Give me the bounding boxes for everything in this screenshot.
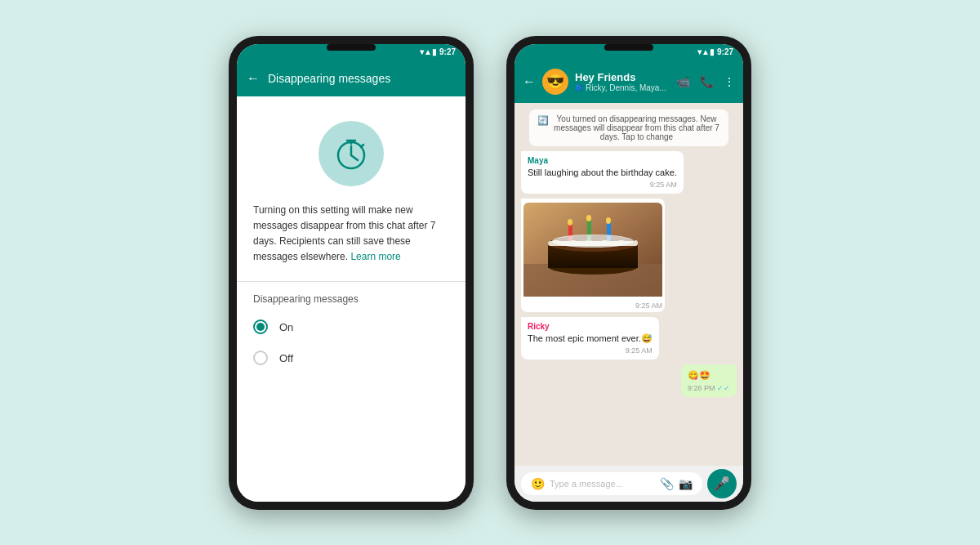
radio-circle-off bbox=[253, 351, 268, 365]
image-time: 9:25 AM bbox=[523, 302, 662, 310]
radio-off[interactable]: Off bbox=[237, 342, 466, 373]
phone-notch bbox=[327, 44, 376, 51]
svg-point-10 bbox=[568, 219, 572, 226]
cake-image-svg bbox=[523, 203, 662, 297]
status-time-2: 9:27 bbox=[717, 47, 733, 56]
status-icons-2: ▾▲▮ bbox=[697, 47, 715, 56]
back-button-1[interactable]: ← bbox=[247, 71, 260, 86]
mic-icon: 🎤 bbox=[714, 476, 730, 491]
chat-info: Hey Friends 🔵 Ricky, Dennis, Maya... bbox=[575, 71, 670, 92]
chat-avatar: 😎 bbox=[542, 69, 568, 95]
svg-point-12 bbox=[586, 215, 591, 221]
section-label: Disappearing messages bbox=[237, 282, 466, 311]
system-message-text: You turned on disappearing messages. New… bbox=[553, 114, 720, 141]
svg-point-14 bbox=[606, 217, 611, 224]
settings-toolbar: ← Disappearing messages bbox=[237, 60, 466, 96]
radio-circle-on bbox=[253, 319, 268, 334]
radio-on[interactable]: On bbox=[237, 311, 466, 342]
sent-time: 9:26 PM bbox=[688, 384, 730, 392]
input-placeholder: Type a message... bbox=[550, 479, 655, 489]
emoji-icon[interactable]: 🙂 bbox=[531, 477, 545, 490]
video-call-icon[interactable]: 📹 bbox=[676, 75, 690, 88]
chat-avatar-emoji: 😎 bbox=[546, 73, 564, 91]
settings-description: Turning on this setting will make new me… bbox=[237, 203, 466, 282]
maya-text: Still laughing about the birthday cake. bbox=[528, 167, 677, 179]
ricky-text: The most epic moment ever.😅 bbox=[528, 333, 653, 345]
sent-text: 😋🤩 bbox=[688, 369, 730, 382]
message-ricky: Ricky The most epic moment ever.😅 9:25 A… bbox=[521, 317, 659, 360]
online-dot: 🔵 bbox=[575, 84, 583, 92]
radio-label-on: On bbox=[279, 321, 293, 333]
svg-point-15 bbox=[552, 235, 634, 248]
status-icons-1: ▾▲▮ bbox=[420, 47, 437, 56]
back-button-2[interactable]: ← bbox=[523, 74, 536, 89]
cake-image-container bbox=[523, 203, 662, 300]
learn-more-link[interactable]: Learn more bbox=[350, 251, 400, 262]
chat-input-bar: 🙂 Type a message... 📎 📷 🎤 bbox=[514, 466, 743, 502]
phone-1: ▾▲▮ 9:27 ← Disappearing messages Tur bbox=[229, 36, 474, 510]
description-text: Turning on this setting will make new me… bbox=[253, 204, 435, 263]
chat-actions: 📹 📞 ⋮ bbox=[676, 75, 735, 88]
timer-icon bbox=[333, 136, 369, 172]
system-message[interactable]: 🔄 You turned on disappearing messages. N… bbox=[529, 109, 728, 146]
settings-title: Disappearing messages bbox=[268, 72, 456, 85]
chat-background: 🔄 You turned on disappearing messages. N… bbox=[514, 103, 743, 466]
chat-input-field[interactable]: 🙂 Type a message... 📎 📷 bbox=[521, 472, 702, 495]
settings-content: Turning on this setting will make new me… bbox=[237, 96, 466, 502]
chat-toolbar: ← 😎 Hey Friends 🔵 Ricky, Dennis, Maya...… bbox=[514, 60, 743, 103]
message-maya: Maya Still laughing about the birthday c… bbox=[521, 151, 684, 194]
chat-name: Hey Friends bbox=[575, 71, 670, 83]
radio-inner-on bbox=[256, 323, 265, 331]
mic-button[interactable]: 🎤 bbox=[707, 469, 737, 498]
more-options-icon[interactable]: ⋮ bbox=[724, 75, 735, 88]
phone-notch-2 bbox=[604, 44, 653, 51]
voice-call-icon[interactable]: 📞 bbox=[700, 75, 714, 88]
chat-participants: Ricky, Dennis, Maya... bbox=[586, 83, 666, 92]
phone-2: ▾▲▮ 9:27 ← 😎 Hey Friends 🔵 Ricky, Dennis… bbox=[506, 36, 751, 510]
radio-label-off: Off bbox=[279, 352, 293, 364]
maya-time: 9:25 AM bbox=[528, 181, 677, 189]
timer-icon-wrap bbox=[318, 121, 384, 186]
message-sent: 😋🤩 9:26 PM bbox=[681, 364, 737, 396]
message-image: 9:25 AM bbox=[521, 199, 665, 312]
status-time-1: 9:27 bbox=[439, 47, 456, 56]
attach-icon[interactable]: 📎 bbox=[660, 477, 674, 490]
system-msg-icon: 🔄 bbox=[537, 115, 549, 126]
chat-sub: 🔵 Ricky, Dennis, Maya... bbox=[575, 83, 670, 92]
maya-sender: Maya bbox=[528, 156, 677, 165]
camera-icon[interactable]: 📷 bbox=[679, 477, 693, 490]
ricky-sender: Ricky bbox=[528, 322, 653, 331]
ricky-time: 9:25 AM bbox=[528, 346, 653, 355]
